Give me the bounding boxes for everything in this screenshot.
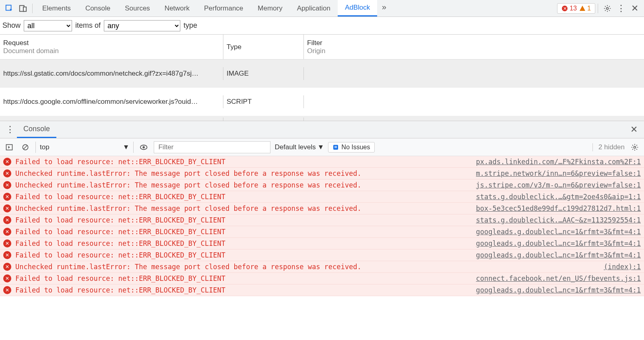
message-source-link[interactable]: m.stripe.network/inn…n=6&preview=false:1 (476, 169, 641, 177)
console-message[interactable]: Unchecked runtime.lastError: The message… (0, 261, 644, 273)
error-icon (3, 263, 11, 271)
drawer-tab-console[interactable]: Console (17, 121, 56, 138)
console-message[interactable]: Failed to load resource: net::ERR_BLOCKE… (0, 226, 644, 238)
message-text: Failed to load resource: net::ERR_BLOCKE… (15, 286, 471, 294)
message-source-link[interactable]: js.stripe.com/v3/m-o…n=6&preview=false:1 (476, 181, 641, 189)
message-source-link[interactable]: googleads.g.doublecl…nc=1&rfmt=3&fmt=4:1 (476, 239, 641, 247)
console-message[interactable]: Unchecked runtime.lastError: The message… (0, 203, 644, 214)
live-expression-icon[interactable] (138, 143, 150, 152)
error-count: 13 (570, 5, 577, 12)
message-source-link[interactable]: box-5e3cec51ed8e99df…c199d27812d7.html:1 (476, 204, 641, 212)
log-levels-select[interactable]: Default levels ▼ (275, 143, 324, 151)
error-icon (3, 158, 11, 166)
message-source-link[interactable]: googleads.g.doublecl…nc=1&rfmt=3&fmt=4:1 (476, 286, 641, 294)
inspect-element-icon[interactable] (2, 2, 16, 15)
svg-rect-12 (334, 146, 337, 147)
error-warning-badges[interactable]: ✕ 13 1 (557, 3, 595, 14)
tab-network[interactable]: Network (157, 0, 197, 16)
devtools-tabbar: Elements Console Sources Network Perform… (0, 0, 644, 17)
tab-adblock[interactable]: AdBlock (338, 0, 377, 16)
svg-point-5 (607, 7, 609, 9)
message-source-link[interactable]: googleads.g.doublecl…nc=1&rfmt=3&fmt=4:1 (476, 228, 641, 236)
message-source-link[interactable]: stats.g.doubleclick.…&gtm=2oe4s0&aip=1:1 (476, 193, 641, 201)
issues-button[interactable]: No Issues (328, 142, 374, 152)
message-text: Unchecked runtime.lastError: The message… (15, 169, 471, 177)
adblock-table-head: Request Document domain Type Filter Orig… (0, 35, 644, 60)
console-message[interactable]: Unchecked runtime.lastError: The message… (0, 168, 644, 179)
error-icon (3, 228, 11, 236)
console-message[interactable]: Failed to load resource: net::ERR_BLOCKE… (0, 284, 644, 296)
console-message[interactable]: Unchecked runtime.lastError: The message… (0, 179, 644, 191)
message-text: Failed to load resource: net::ERR_BLOCKE… (15, 251, 471, 259)
error-icon (3, 216, 11, 224)
type-label: type (184, 21, 197, 30)
panel-tabs: Elements Console Sources Network Perform… (35, 0, 391, 16)
message-source-link[interactable]: connect.facebook.net/en_US/fbevents.js:1 (476, 274, 641, 282)
message-text: Failed to load resource: net::ERR_BLOCKE… (15, 274, 471, 282)
message-source-link[interactable]: (index):1 (604, 263, 641, 271)
console-toolbar: top ▼ Default levels ▼ No Issues 2 hidde… (0, 138, 644, 156)
message-source-link[interactable]: stats.g.doubleclick.…AAC~&z=1132592554:1 (476, 216, 641, 224)
adblock-table: Request Document domain Type Filter Orig… (0, 35, 644, 121)
col-type-header[interactable]: Type (223, 35, 304, 59)
tab-elements[interactable]: Elements (35, 0, 78, 16)
message-source-link[interactable]: googleads.g.doublecl…nc=1&rfmt=3&fmt=4:1 (476, 251, 641, 259)
divider (598, 4, 598, 13)
divider (32, 4, 33, 13)
adblock-rows[interactable]: https://ssl.gstatic.com/docs/common/netc… (0, 60, 644, 121)
tab-sources[interactable]: Sources (118, 0, 157, 16)
console-message[interactable]: Failed to load resource: net::ERR_BLOCKE… (0, 249, 644, 261)
console-message[interactable]: Failed to load resource: net::ERR_BLOCKE… (0, 273, 644, 284)
console-message[interactable]: Failed to load resource: net::ERR_BLOCKE… (0, 191, 644, 203)
show-label: Show (2, 21, 21, 30)
error-icon (3, 286, 11, 294)
drawer-header: ⋮ Console ✕ (0, 121, 644, 138)
drawer-menu-icon[interactable]: ⋮ (3, 124, 17, 135)
context-select[interactable]: top ▼ (35, 142, 134, 153)
tab-performance[interactable]: Performance (197, 0, 250, 16)
tab-memory[interactable]: Memory (250, 0, 289, 16)
adblock-filter-bar: Show all items of any type (0, 17, 644, 35)
svg-text:✕: ✕ (563, 6, 567, 11)
table-row[interactable] (0, 116, 644, 121)
hidden-count[interactable]: 2 hidden (592, 143, 625, 151)
settings-icon[interactable] (601, 2, 614, 15)
col-request-header[interactable]: Request Document domain (0, 35, 223, 59)
clear-console-icon[interactable] (19, 143, 31, 151)
console-message[interactable]: Failed to load resource: net::ERR_BLOCKE… (0, 238, 644, 249)
error-count-badge: ✕ 13 (561, 5, 577, 12)
error-icon (3, 181, 11, 189)
type-select[interactable]: any (104, 20, 180, 31)
console-message[interactable]: Failed to load resource: net::ERR_BLOCKE… (0, 214, 644, 226)
console-filter-input[interactable] (154, 141, 270, 153)
close-drawer-icon[interactable]: ✕ (627, 124, 641, 135)
message-text: Failed to load resource: net::ERR_BLOCKE… (15, 228, 471, 236)
error-icon (3, 193, 11, 201)
message-text: Failed to load resource: net::ERR_BLOCKE… (15, 239, 471, 247)
tab-console[interactable]: Console (78, 0, 118, 16)
col-filter-header[interactable]: Filter Origin (304, 35, 644, 59)
svg-rect-13 (334, 147, 337, 148)
svg-rect-2 (23, 7, 26, 11)
toggle-sidebar-icon[interactable] (3, 143, 15, 151)
error-icon (3, 251, 11, 259)
console-message[interactable]: Failed to load resource: net::ERR_BLOCKE… (0, 156, 644, 168)
tab-application[interactable]: Application (290, 0, 338, 16)
more-tabs-icon[interactable]: » (377, 0, 391, 14)
warning-count: 1 (587, 5, 591, 12)
close-devtools-icon[interactable]: ✕ (628, 2, 642, 15)
message-text: Failed to load resource: net::ERR_BLOCKE… (15, 193, 471, 201)
svg-point-14 (634, 146, 636, 148)
error-icon (3, 169, 11, 177)
message-text: Unchecked runtime.lastError: The message… (15, 263, 599, 271)
device-toolbar-icon[interactable] (16, 2, 30, 15)
message-source-link[interactable]: px.ads.linkedin.com/…F%2Fkinsta.com%2F:1 (476, 158, 641, 166)
table-row[interactable]: https://docs.google.com/offline/common/s… (0, 88, 644, 116)
table-row[interactable]: https://ssl.gstatic.com/docs/common/netc… (0, 60, 644, 88)
more-options-icon[interactable]: ⋮ (614, 2, 628, 15)
message-text: Unchecked runtime.lastError: The message… (15, 181, 471, 189)
console-settings-icon[interactable] (629, 143, 641, 151)
items-of-label: items of (75, 21, 101, 30)
show-select[interactable]: all (24, 20, 72, 31)
console-messages[interactable]: Failed to load resource: net::ERR_BLOCKE… (0, 156, 644, 340)
